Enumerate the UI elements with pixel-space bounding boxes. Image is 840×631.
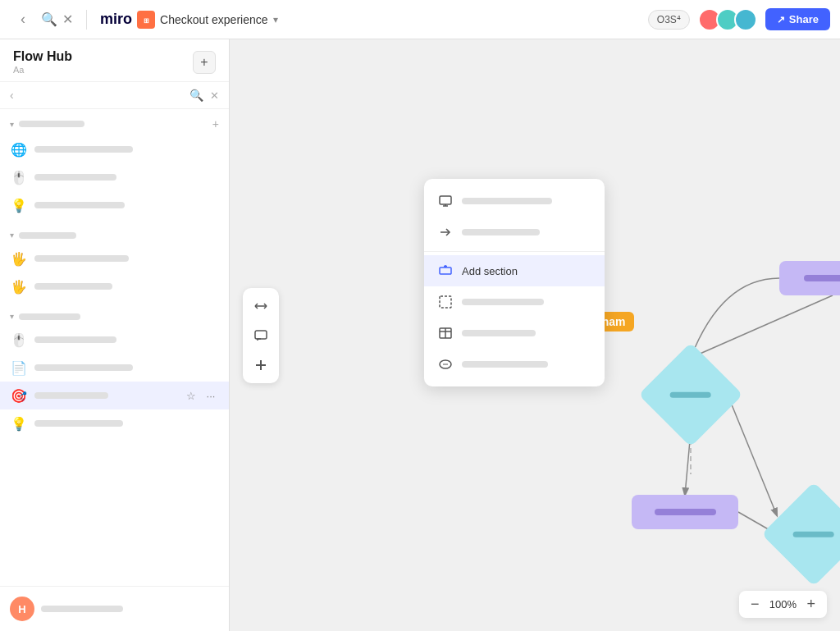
item-text [34,174,219,181]
star-icon[interactable]: ☆ [183,387,199,404]
sidebar-section-3: ▾ 🖱️ 📄 🎯 ☆ ··· 💡 [0,304,229,441]
flow-node-n3[interactable] [638,342,742,446]
board-name[interactable]: Checkout experience [160,13,268,26]
avatar-group [698,8,757,31]
section-add-icon[interactable]: + [212,117,219,130]
share-button[interactable]: ↗ Share [765,8,830,30]
back-button[interactable]: ‹ [10,7,36,33]
list-item-active[interactable]: 🎯 ☆ ··· [0,382,229,409]
comment-tool-button[interactable] [248,322,274,349]
item-placeholder [462,229,540,235]
frame-icon [437,294,454,310]
close-icon[interactable]: ✕ [62,11,73,27]
search-input[interactable] [21,89,183,102]
board-icon: ⊞ [137,11,155,29]
dropdown-item-add-section[interactable]: Add section [424,255,605,286]
menu-divider [424,251,605,252]
list-item[interactable]: 🖱️ [0,326,229,354]
list-item[interactable]: 💡 [0,191,229,219]
sidebar: Flow Hub Aa + ‹ 🔍 ✕ ▾ + 🌐 [0,39,230,631]
list-item[interactable]: 🌐 [0,135,229,163]
canvas-toolbar [243,288,279,383]
section-3-label: ▾ [10,312,80,321]
sidebar-subtitle: Aa [13,65,72,75]
monitor-icon [437,193,454,209]
miro-logo: miro [100,11,132,28]
add-tool-button[interactable] [248,352,274,378]
section-2-header[interactable]: ▾ [0,226,229,245]
flow-node-n5[interactable] [632,495,738,529]
cursor-icon: 🖱️ [10,168,28,186]
section-2-label: ▾ [10,231,76,240]
main-layout: Flow Hub Aa + ‹ 🔍 ✕ ▾ + 🌐 [0,39,840,631]
item-text [34,202,219,208]
board-chevron[interactable]: ▾ [273,14,278,25]
section-1-header[interactable]: ▾ + [0,112,229,135]
dropdown-item-table[interactable] [424,318,605,349]
item-text [34,420,219,427]
sidebar-bottom: H [0,586,229,631]
item-text [34,336,219,343]
share-icon: ↗ [777,14,785,25]
flow-node-n6[interactable] [761,482,840,586]
section-3-header[interactable]: ▾ [0,307,229,326]
list-item[interactable]: 🖱️ [0,163,229,191]
arrow-right-icon [437,224,454,240]
item-placeholder [462,330,536,336]
item-placeholder [462,361,548,368]
dropdown-item-frame[interactable] [424,185,605,217]
share-label: Share [789,13,819,25]
close-search-icon[interactable]: ✕ [210,89,219,102]
section-2-label-placeholder [19,232,76,239]
search-back-icon[interactable]: ‹ [10,89,14,102]
section-label-placeholder [19,121,84,127]
node-label [655,509,716,515]
list-item[interactable]: 🖐️ [0,245,229,272]
dropdown-item-tag[interactable] [424,349,605,380]
timer-badge: O3S⁴ [648,10,690,30]
timer-text: O3S⁴ [657,14,681,25]
user-avatar: H [10,597,34,621]
avatar-3 [734,8,757,31]
item-text [34,392,176,399]
item-actions: ☆ ··· [183,387,219,404]
search-icon[interactable]: 🔍 [41,11,57,27]
section-3-label-placeholder [19,313,80,320]
more-icon[interactable]: ··· [203,387,219,404]
zoom-in-button[interactable]: + [803,594,819,615]
hand-icon: 🖐️ [10,249,28,267]
idea-icon: 💡 [10,196,28,214]
list-item[interactable]: 💡 [0,409,229,437]
svg-rect-15 [440,267,451,274]
svg-line-2 [691,295,833,358]
dropdown-item-connect[interactable] [424,217,605,248]
chevron-down-icon-2: ▾ [10,231,14,240]
sidebar-add-button[interactable]: + [193,51,216,74]
item-text [34,255,219,262]
zoom-out-button[interactable]: − [747,594,763,615]
canvas-area[interactable]: Hisham Add section [230,39,840,631]
sidebar-section-2: ▾ 🖐️ 🖐️ [0,222,229,304]
dropdown-item-frame2[interactable] [424,286,605,318]
cursor-icon-2: 🖱️ [10,331,28,349]
list-item[interactable]: 🖐️ [0,272,229,300]
target-icon: 🎯 [10,386,28,405]
sidebar-section-1: ▾ + 🌐 🖱️ 💡 [0,109,229,222]
hand-icon-2: 🖐️ [10,277,28,295]
username-placeholder [41,606,123,612]
item-placeholder [462,299,544,305]
zoom-level: 100% [767,598,798,610]
sidebar-search-bar: ‹ 🔍 ✕ [0,82,229,109]
resize-tool-button[interactable] [248,293,274,319]
table-icon [437,325,454,341]
chevron-down-icon: ▾ [10,120,14,129]
item-text [34,283,219,290]
search-icon[interactable]: 🔍 [189,89,203,102]
header-brand: miro ⊞ Checkout experience ▾ [100,11,278,29]
svg-rect-18 [440,296,451,308]
tag-icon [437,356,454,373]
idea-icon-2: 💡 [10,414,28,432]
flow-node-n1[interactable] [779,261,840,295]
zoom-controls: − 100% + [739,591,827,618]
list-item[interactable]: 📄 [0,354,229,382]
